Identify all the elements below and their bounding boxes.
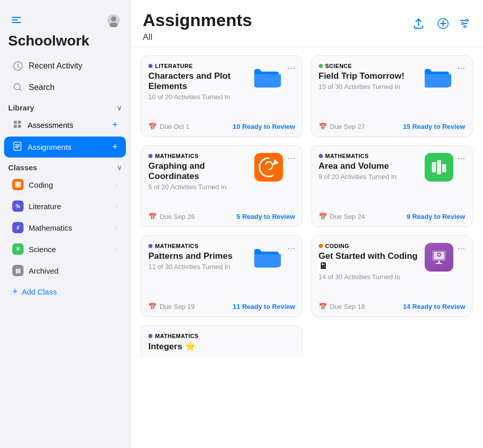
add-class-label: Add Class bbox=[22, 287, 57, 296]
assignment-card-2[interactable]: SCIENCE Field Trip Tomorrow! 15 of 30 Ac… bbox=[311, 55, 473, 137]
card-6-icon bbox=[425, 243, 453, 272]
library-chevron-icon[interactable]: ∨ bbox=[117, 104, 122, 112]
card-3-subject-dot bbox=[148, 154, 152, 158]
assessments-icon bbox=[12, 119, 23, 131]
calendar-icon-3: 📅 bbox=[148, 213, 157, 220]
assignment-card-4[interactable]: MATHEMATICS Area and Volume 9 of 20 Acti… bbox=[311, 145, 473, 227]
add-class-button[interactable]: + Add Class bbox=[4, 282, 126, 302]
sidebar-item-assessments[interactable]: Assessments + bbox=[4, 115, 126, 136]
assignments-grid: LITERATURE Characters and Plot Elements … bbox=[141, 55, 473, 317]
filter-label: All bbox=[143, 32, 252, 42]
library-header-label: Library bbox=[8, 103, 34, 112]
card-1-subject: LITERATURE bbox=[148, 63, 252, 69]
calendar-icon: 📅 bbox=[148, 123, 157, 130]
add-assignment-button[interactable] bbox=[434, 14, 452, 33]
literature-label: Literature bbox=[29, 202, 61, 211]
archived-class-icon: ▤ bbox=[12, 265, 24, 276]
card-1-title: Characters and Plot Elements bbox=[148, 71, 252, 92]
svg-rect-0 bbox=[12, 17, 21, 18]
partial-row: MATHEMATICS Integers ⭐ bbox=[141, 325, 473, 357]
export-button[interactable] bbox=[409, 14, 428, 33]
card-5-review: 11 Ready to Review bbox=[233, 303, 295, 310]
assignment-card-6[interactable]: CODING Get Started with Coding 🖥 14 of 3… bbox=[311, 235, 473, 317]
sidebar: Schoolwork Recent Activity Search Librar… bbox=[0, 0, 130, 448]
svg-point-16 bbox=[462, 23, 464, 25]
card-4-more-button[interactable]: ··· bbox=[457, 153, 465, 164]
card-1-icon bbox=[252, 63, 283, 92]
card-4-due: 📅 Due Sep 24 bbox=[319, 213, 365, 220]
sidebar-item-recent-activity[interactable]: Recent Activity bbox=[4, 56, 126, 76]
card-3-more-button[interactable]: ··· bbox=[287, 153, 295, 164]
page-title: Assignments bbox=[143, 10, 252, 30]
science-class-icon: ✶ bbox=[12, 243, 24, 255]
filter-button[interactable] bbox=[458, 17, 471, 30]
card-6-more-button[interactable]: ··· bbox=[457, 243, 465, 254]
card-3-review: 5 Ready to Review bbox=[236, 213, 295, 220]
literature-chevron-icon: › bbox=[115, 202, 118, 210]
classes-section-header: Classes ∨ bbox=[0, 158, 130, 174]
sidebar-top-bar bbox=[0, 8, 130, 31]
svg-rect-11 bbox=[18, 125, 21, 128]
assignment-card-partial[interactable]: MATHEMATICS Integers ⭐ bbox=[141, 325, 303, 357]
coding-chevron-icon: › bbox=[115, 181, 118, 189]
card-3-icon bbox=[254, 153, 283, 182]
card-6-review: 14 Ready to Review bbox=[403, 303, 465, 310]
card-1-more-button[interactable]: ··· bbox=[287, 63, 295, 74]
sidebar-item-coding[interactable]: Coding › bbox=[4, 174, 126, 195]
clock-icon bbox=[12, 60, 24, 72]
card-6-subtitle: 14 of 30 Activities Turned In bbox=[319, 273, 425, 281]
classes-chevron-icon[interactable]: ∨ bbox=[117, 164, 122, 172]
card-5-due: 📅 Due Sep 19 bbox=[148, 303, 195, 310]
assessments-add-button[interactable]: + bbox=[112, 120, 118, 130]
svg-point-25 bbox=[438, 254, 440, 256]
svg-rect-13 bbox=[15, 182, 21, 188]
card-3-title: Graphing and Coordinates bbox=[148, 161, 254, 182]
sidebar-item-archived[interactable]: ▤ Archived bbox=[4, 260, 126, 281]
svg-rect-1 bbox=[12, 19, 18, 20]
assignments-add-button[interactable]: + bbox=[112, 142, 118, 152]
sidebar-item-literature[interactable]: % Literature › bbox=[4, 196, 126, 216]
card-1-subject-dot bbox=[148, 64, 152, 68]
assessments-label: Assessments bbox=[28, 121, 73, 129]
mathematics-class-icon: # bbox=[12, 222, 24, 233]
card-1-due: 📅 Due Oct 1 bbox=[148, 123, 190, 130]
svg-point-17 bbox=[464, 26, 466, 28]
sidebar-item-science[interactable]: ✶ Science › bbox=[4, 239, 126, 259]
library-section-header: Library ∨ bbox=[0, 98, 130, 114]
partial-card-subject: MATHEMATICS bbox=[148, 333, 295, 339]
sidebar-item-assignments[interactable]: Assignments + bbox=[4, 137, 126, 158]
svg-rect-2 bbox=[12, 22, 21, 23]
sidebar-item-mathematics[interactable]: # Mathematics › bbox=[4, 217, 126, 238]
card-5-title: Patterns and Primes bbox=[148, 251, 252, 261]
svg-rect-9 bbox=[18, 121, 21, 124]
card-2-title: Field Trip Tomorrow! bbox=[319, 71, 423, 81]
calendar-icon-4: 📅 bbox=[319, 213, 327, 220]
sidebar-item-search[interactable]: Search bbox=[4, 77, 126, 98]
coding-label: Coding bbox=[29, 181, 53, 189]
card-4-subject: MATHEMATICS bbox=[319, 153, 425, 159]
archived-label: Archived bbox=[29, 266, 58, 275]
assignment-card-5[interactable]: MATHEMATICS Patterns and Primes 11 of 30… bbox=[141, 235, 303, 317]
card-1-review: 10 Ready to Review bbox=[233, 123, 295, 130]
card-2-subtitle: 15 of 30 Activities Turned In bbox=[319, 83, 423, 91]
card-4-subtitle: 9 of 20 Activities Turned In bbox=[319, 173, 425, 181]
header-title-area: Assignments All bbox=[143, 10, 252, 42]
mathematics-label: Mathematics bbox=[29, 223, 72, 232]
card-2-more-button[interactable]: ··· bbox=[457, 63, 465, 74]
card-4-title: Area and Volume bbox=[319, 161, 425, 171]
card-5-subject-dot bbox=[148, 244, 152, 248]
card-5-more-button[interactable]: ··· bbox=[287, 243, 295, 254]
coding-class-icon bbox=[12, 179, 24, 190]
card-6-title: Get Started with Coding 🖥 bbox=[319, 251, 425, 272]
svg-rect-8 bbox=[14, 121, 17, 124]
assignment-card-3[interactable]: MATHEMATICS Graphing and Coordinates 5 o… bbox=[141, 145, 303, 227]
svg-rect-18 bbox=[254, 153, 283, 182]
sidebar-toggle-button[interactable] bbox=[8, 12, 25, 29]
assignments-label: Assignments bbox=[28, 143, 72, 151]
literature-class-icon: % bbox=[12, 200, 24, 212]
assignment-card-1[interactable]: LITERATURE Characters and Plot Elements … bbox=[141, 55, 303, 137]
partial-card-title: Integers ⭐ bbox=[148, 341, 295, 352]
science-label: Science bbox=[29, 245, 56, 254]
classes-header-label: Classes bbox=[8, 163, 37, 172]
profile-button[interactable] bbox=[105, 12, 122, 29]
